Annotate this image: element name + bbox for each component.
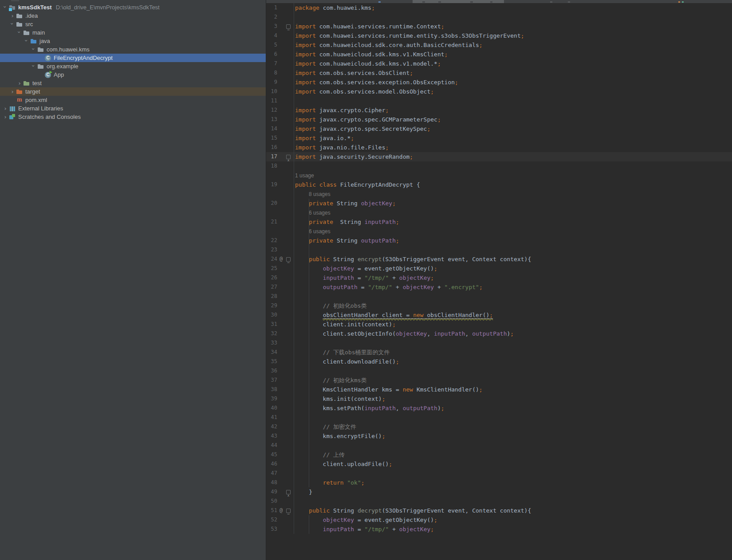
code-line-9[interactable]: 9import com.obs.services.exception.ObsEx… (266, 78, 732, 87)
line-number[interactable]: 4 (266, 31, 277, 40)
fold-marker-icon[interactable] (286, 24, 291, 29)
code-line-39[interactable]: 39 kms.init(context); (266, 394, 732, 403)
code-line-20[interactable]: 20 private String objectKey; (266, 199, 732, 208)
code-line-5[interactable]: 5import com.huaweicloud.sdk.core.auth.Ba… (266, 40, 732, 50)
code-line-19[interactable]: 19public class FileEncryptAndDecrypt { (266, 180, 732, 189)
line-number[interactable]: 30 (266, 310, 277, 320)
code-line-52[interactable]: 52 objectKey = event.getObjectKey(); (266, 515, 732, 525)
line-number[interactable]: 5 (266, 40, 277, 50)
line-number[interactable]: 9 (266, 78, 277, 87)
inlay-hint-row[interactable]: 6 usages (266, 208, 732, 217)
code-line-31[interactable]: 31 client.init(context); (266, 320, 732, 329)
code-line-51[interactable]: 51@ public String decrypt(S3ObsTriggerEv… (266, 506, 732, 515)
line-number[interactable]: 16 (266, 143, 277, 152)
inlay-hint-row[interactable]: 8 usages (266, 189, 732, 199)
code-line-36[interactable]: 36 (266, 366, 732, 376)
line-number[interactable]: 33 (266, 338, 277, 348)
line-number[interactable]: 32 (266, 329, 277, 338)
line-number[interactable]: 49 (266, 487, 277, 497)
line-number[interactable]: 31 (266, 320, 277, 329)
code-line-34[interactable]: 34 // 下载obs桶里面的文件 (266, 348, 732, 357)
line-number[interactable]: 43 (266, 431, 277, 441)
line-number[interactable]: 1 (266, 3, 277, 12)
line-number[interactable]: 8 (266, 68, 277, 78)
expand-chevron-icon[interactable] (2, 113, 9, 121)
line-number[interactable]: 6 (266, 50, 277, 59)
code-line-30[interactable]: 30 obsClientHandler client = new obsClie… (266, 310, 732, 320)
code-line-44[interactable]: 44 (266, 441, 732, 450)
expand-chevron-icon[interactable] (2, 104, 9, 113)
line-number[interactable]: 40 (266, 403, 277, 413)
code-line-15[interactable]: 15import java.io.*; (266, 133, 732, 143)
line-number[interactable]: 41 (266, 413, 277, 422)
fold-marker-icon[interactable] (286, 509, 291, 513)
collapse-chevron-icon[interactable] (2, 3, 9, 12)
line-number[interactable]: 50 (266, 497, 277, 506)
line-number[interactable]: 28 (266, 292, 277, 301)
fold-marker-icon[interactable] (286, 155, 291, 159)
tree-item-external-libraries[interactable]: External Libraries (0, 104, 266, 113)
line-number[interactable]: 25 (266, 264, 277, 273)
usages-inlay-hint[interactable]: 8 usages (309, 191, 331, 197)
line-number[interactable] (266, 171, 277, 180)
tree-item-target[interactable]: target (0, 87, 266, 96)
line-number[interactable]: 18 (266, 161, 277, 171)
inlay-hint-row[interactable]: 1 usage (266, 171, 732, 180)
code-line-12[interactable]: 12import javax.crypto.Cipher; (266, 106, 732, 115)
line-number[interactable]: 45 (266, 450, 277, 459)
line-number[interactable]: 20 (266, 199, 277, 208)
code-line-42[interactable]: 42 // 加密文件 (266, 422, 732, 431)
line-number[interactable]: 24 (266, 255, 277, 264)
code-line-53[interactable]: 53 inputPath = "/tmp/" + objectKey; (266, 525, 732, 534)
code-line-41[interactable]: 41 (266, 413, 732, 422)
line-number[interactable]: 23 (266, 245, 277, 255)
tree-item-idea[interactable]: .idea (0, 12, 266, 20)
code-line-43[interactable]: 43 kms.encryptFile(); (266, 431, 732, 441)
line-number[interactable]: 51 (266, 506, 277, 515)
usages-inlay-hint[interactable]: 6 usages (309, 228, 331, 235)
code-line-14[interactable]: 14import javax.crypto.spec.SecretKeySpec… (266, 124, 732, 133)
line-number[interactable]: 34 (266, 348, 277, 357)
line-number[interactable]: 36 (266, 366, 277, 376)
tree-item-org-example[interactable]: org.example (0, 62, 266, 70)
tree-item-java[interactable]: java (0, 37, 266, 45)
line-number[interactable]: 53 (266, 525, 277, 534)
collapse-chevron-icon[interactable] (16, 28, 23, 37)
usages-inlay-hint[interactable]: 6 usages (309, 210, 331, 216)
code-line-4[interactable]: 4import com.huawei.services.runtime.enti… (266, 31, 732, 40)
line-number[interactable]: 7 (266, 59, 277, 68)
line-number[interactable]: 21 (266, 217, 277, 227)
tree-item-kmssdktest[interactable]: kmsSdkTestD:\old_drive_E\mvnProjects\kms… (0, 3, 266, 12)
code-line-45[interactable]: 45 // 上传 (266, 450, 732, 459)
code-line-21[interactable]: 21 private String inputPath; (266, 217, 732, 227)
tree-item-src[interactable]: src (0, 20, 266, 28)
line-number[interactable]: 17 (266, 152, 277, 161)
line-number[interactable]: 10 (266, 87, 277, 96)
code-line-23[interactable]: 23 (266, 245, 732, 255)
expand-chevron-icon[interactable] (9, 87, 16, 96)
line-number[interactable]: 29 (266, 301, 277, 310)
line-number[interactable]: 37 (266, 376, 277, 385)
tree-item-app[interactable]: App (0, 70, 266, 79)
line-number[interactable]: 52 (266, 515, 277, 525)
line-number[interactable] (266, 227, 277, 236)
code-line-16[interactable]: 16import java.nio.file.Files; (266, 143, 732, 152)
code-line-38[interactable]: 38 KmsClientHandler kms = new KmsClientH… (266, 385, 732, 394)
line-number[interactable] (266, 189, 277, 199)
line-number[interactable]: 27 (266, 282, 277, 292)
code-line-2[interactable]: 2 (266, 12, 732, 22)
collapse-chevron-icon[interactable] (30, 62, 37, 70)
line-number[interactable]: 39 (266, 394, 277, 403)
collapse-chevron-icon[interactable] (23, 37, 30, 45)
line-number[interactable] (266, 208, 277, 217)
line-number[interactable]: 22 (266, 236, 277, 245)
code-line-35[interactable]: 35 client.downloadFile(); (266, 357, 732, 366)
usages-inlay-hint[interactable]: 1 usage (295, 172, 314, 179)
line-number[interactable]: 2 (266, 12, 277, 22)
line-number[interactable]: 15 (266, 133, 277, 143)
code-line-50[interactable]: 50 (266, 497, 732, 506)
fold-marker-icon[interactable] (286, 490, 291, 494)
code-line-10[interactable]: 10import com.obs.services.model.ObsObjec… (266, 87, 732, 96)
code-line-29[interactable]: 29 // 初始化obs类 (266, 301, 732, 310)
line-number[interactable]: 38 (266, 385, 277, 394)
